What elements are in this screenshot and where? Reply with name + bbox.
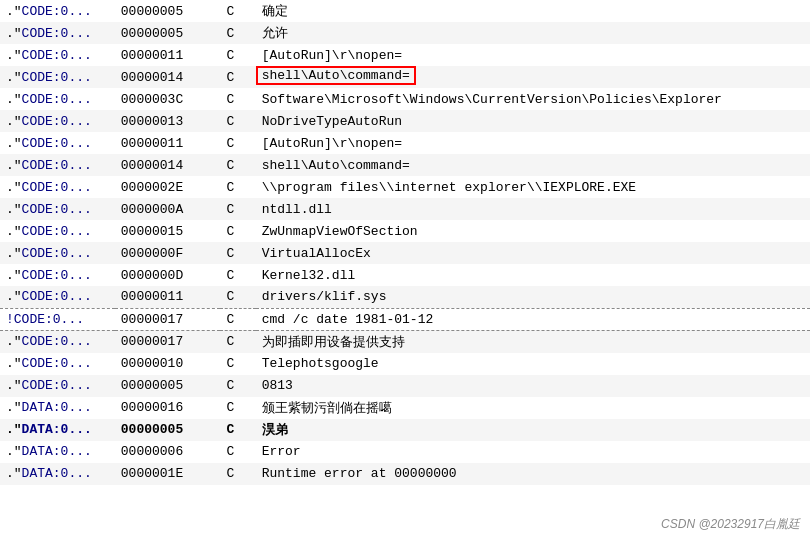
col-type-flag: C xyxy=(220,0,255,22)
col-value: 允许 xyxy=(256,22,810,44)
col-value: ntdll.dll xyxy=(256,198,810,220)
col-type-flag: C xyxy=(220,176,255,198)
col-value: 淏弟 xyxy=(256,419,810,441)
col-address: 0000003C xyxy=(115,88,221,110)
col-type: ."CODE:0... xyxy=(0,0,115,22)
col-address: 0000002E xyxy=(115,176,221,198)
data-table: ."CODE:0...00000005C确定."CODE:0...0000000… xyxy=(0,0,810,485)
col-address: 00000016 xyxy=(115,397,221,419)
table-row: ."CODE:0...00000014Cshell\Auto\command= xyxy=(0,66,810,88)
col-address: 0000000F xyxy=(115,242,221,264)
col-value: 0813 xyxy=(256,375,810,397)
col-value: 颁王紫韧污剖倘在摇噶 xyxy=(256,397,810,419)
col-value: 为即插即用设备提供支持 xyxy=(256,330,810,353)
table-row: ."CODE:0...00000017C为即插即用设备提供支持 xyxy=(0,330,810,353)
col-type-flag: C xyxy=(220,264,255,286)
col-type-flag: C xyxy=(220,220,255,242)
col-type-flag: C xyxy=(220,22,255,44)
table-row: ."CODE:0...00000005C0813 xyxy=(0,375,810,397)
col-value: Telephotsgoogle xyxy=(256,353,810,375)
col-type: ."CODE:0... xyxy=(0,264,115,286)
col-address: 0000000D xyxy=(115,264,221,286)
col-value: \\program files\\internet explorer\\IEXP… xyxy=(256,176,810,198)
col-type-flag: C xyxy=(220,44,255,66)
col-type-flag: C xyxy=(220,308,255,330)
col-type: ."CODE:0... xyxy=(0,220,115,242)
col-value: ZwUnmapViewOfSection xyxy=(256,220,810,242)
col-address: 00000014 xyxy=(115,66,221,88)
col-address: 00000011 xyxy=(115,132,221,154)
col-value: drivers/klif.sys xyxy=(256,286,810,308)
col-address: 00000015 xyxy=(115,220,221,242)
col-type-flag: C xyxy=(220,330,255,353)
col-value: VirtualAllocEx xyxy=(256,242,810,264)
col-type-flag: C xyxy=(220,286,255,308)
col-type-flag: C xyxy=(220,132,255,154)
col-address: 00000013 xyxy=(115,110,221,132)
col-value: cmd /c date 1981-01-12 xyxy=(256,308,810,330)
table-row: ."CODE:0...00000005C允许 xyxy=(0,22,810,44)
col-address: 00000006 xyxy=(115,441,221,463)
table-row: ."CODE:0...00000014Cshell\Auto\command= xyxy=(0,154,810,176)
col-type-flag: C xyxy=(220,419,255,441)
col-type-flag: C xyxy=(220,198,255,220)
col-type: ."CODE:0... xyxy=(0,110,115,132)
table-row: ."CODE:0...00000011Cdrivers/klif.sys xyxy=(0,286,810,308)
col-type: ."CODE:0... xyxy=(0,330,115,353)
col-value: shell\Auto\command= xyxy=(256,66,416,85)
col-address: 00000017 xyxy=(115,330,221,353)
col-address: 00000005 xyxy=(115,0,221,22)
table-row: ."CODE:0...00000011C[AutoRun]\r\nopen= xyxy=(0,44,810,66)
col-type: ."CODE:0... xyxy=(0,198,115,220)
col-address: 00000011 xyxy=(115,44,221,66)
col-type: ."CODE:0... xyxy=(0,353,115,375)
col-type: ."DATA:0... xyxy=(0,441,115,463)
col-value: [AutoRun]\r\nopen= xyxy=(256,132,810,154)
table-row: ."CODE:0...00000010CTelephotsgoogle xyxy=(0,353,810,375)
table-row: !CODE:0...00000017Ccmd /c date 1981-01-1… xyxy=(0,308,810,330)
col-value: Error xyxy=(256,441,810,463)
col-type: ."CODE:0... xyxy=(0,132,115,154)
col-value: 确定 xyxy=(256,0,810,22)
col-type: ."CODE:0... xyxy=(0,375,115,397)
col-address: 00000010 xyxy=(115,353,221,375)
col-address: 0000000A xyxy=(115,198,221,220)
col-type: ."CODE:0... xyxy=(0,44,115,66)
table-row: ."CODE:0...0000000ACntdll.dll xyxy=(0,198,810,220)
col-value: shell\Auto\command= xyxy=(256,154,810,176)
col-type: ."DATA:0... xyxy=(0,397,115,419)
col-type: ."CODE:0... xyxy=(0,66,115,88)
table-row: ."CODE:0...0000000FCVirtualAllocEx xyxy=(0,242,810,264)
table-row: ."CODE:0...0000002EC\\program files\\int… xyxy=(0,176,810,198)
col-type-flag: C xyxy=(220,154,255,176)
table-row: ."CODE:0...0000003CCSoftware\Microsoft\W… xyxy=(0,88,810,110)
col-type-flag: C xyxy=(220,110,255,132)
col-type-flag: C xyxy=(220,375,255,397)
watermark: CSDN @20232917白胤廷 xyxy=(661,516,800,533)
col-type-flag: C xyxy=(220,353,255,375)
col-address: 00000005 xyxy=(115,22,221,44)
col-address: 00000017 xyxy=(115,308,221,330)
col-type-flag: C xyxy=(220,397,255,419)
col-address: 00000005 xyxy=(115,375,221,397)
col-address: 00000005 xyxy=(115,419,221,441)
table-row: ."DATA:0...0000001ECRuntime error at 000… xyxy=(0,463,810,485)
col-type: ."CODE:0... xyxy=(0,88,115,110)
table-row: ."DATA:0...00000005C淏弟 xyxy=(0,419,810,441)
col-type: ."CODE:0... xyxy=(0,154,115,176)
col-type: ."DATA:0... xyxy=(0,419,115,441)
col-address: 00000014 xyxy=(115,154,221,176)
col-type-flag: C xyxy=(220,66,255,88)
col-value: Software\Microsoft\Windows\CurrentVersio… xyxy=(256,88,810,110)
table-row: ."CODE:0...00000011C[AutoRun]\r\nopen= xyxy=(0,132,810,154)
table-row: ."CODE:0...00000005C确定 xyxy=(0,0,810,22)
table-row: ."DATA:0...00000016C颁王紫韧污剖倘在摇噶 xyxy=(0,397,810,419)
col-type: ."CODE:0... xyxy=(0,22,115,44)
col-type: ."DATA:0... xyxy=(0,463,115,485)
main-table-container: ."CODE:0...00000005C确定."CODE:0...0000000… xyxy=(0,0,810,543)
col-type-flag: C xyxy=(220,463,255,485)
col-type: ."CODE:0... xyxy=(0,242,115,264)
table-row: ."CODE:0...00000013CNoDriveTypeAutoRun xyxy=(0,110,810,132)
col-type-flag: C xyxy=(220,242,255,264)
col-value: Kernel32.dll xyxy=(256,264,810,286)
